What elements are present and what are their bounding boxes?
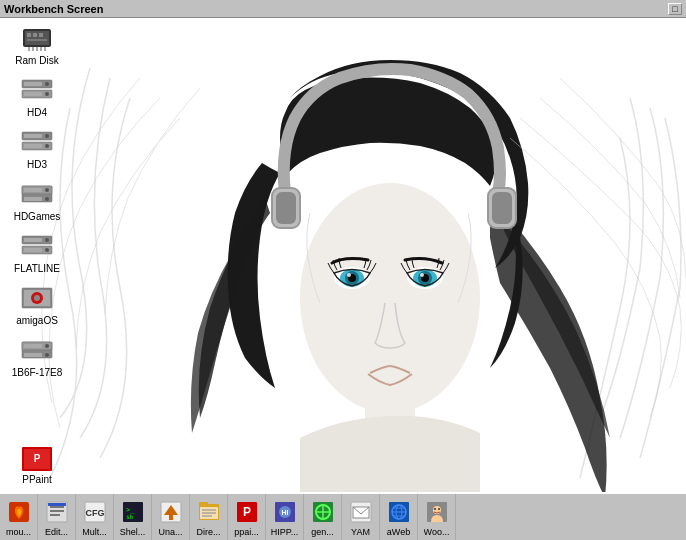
svg-rect-71 bbox=[48, 503, 66, 506]
hd3-label: HD3 bbox=[27, 159, 47, 171]
svg-point-59 bbox=[45, 344, 49, 348]
hd4-label: HD4 bbox=[27, 107, 47, 119]
edit-label: Edit... bbox=[45, 527, 68, 537]
icon-hdgames[interactable]: HDGames bbox=[5, 179, 69, 223]
icon-hd4[interactable]: HD4 bbox=[5, 75, 69, 119]
hipp-label: HIPP... bbox=[271, 527, 298, 537]
flatline-label: FLATLINE bbox=[14, 263, 60, 275]
taskbar-dire[interactable]: Dire... bbox=[190, 494, 228, 540]
svg-point-11 bbox=[347, 273, 351, 277]
svg-rect-27 bbox=[44, 47, 46, 51]
ram-disk-icon bbox=[19, 23, 55, 53]
dire-icon bbox=[195, 498, 223, 526]
icon-flatline[interactable]: FLATLINE bbox=[5, 231, 69, 275]
taskbar-hipp[interactable]: HI HIPP... bbox=[266, 494, 304, 540]
svg-rect-79 bbox=[169, 515, 173, 520]
ppaint-desktop-label: PPaint bbox=[22, 474, 51, 485]
mult-label: Mult... bbox=[82, 527, 107, 537]
1b6f-label: 1B6F-17E8 bbox=[12, 367, 63, 379]
taskbar-una[interactable]: Una... bbox=[152, 494, 190, 540]
shel-label: Shel... bbox=[120, 527, 146, 537]
amigas-icon bbox=[19, 283, 55, 313]
taskbar-aweb[interactable]: aWeb bbox=[380, 494, 418, 540]
aweb-icon bbox=[385, 498, 413, 526]
svg-point-31 bbox=[45, 82, 49, 86]
ppai-label: ppai... bbox=[234, 527, 259, 537]
svg-rect-34 bbox=[24, 92, 42, 96]
icon-ram-disk[interactable]: Ram Disk bbox=[5, 23, 69, 67]
taskbar-ppai[interactable]: P ppai... bbox=[228, 494, 266, 540]
yam-icon bbox=[347, 498, 375, 526]
svg-text:P: P bbox=[242, 505, 250, 519]
icon-ppaint[interactable]: P PPaint bbox=[5, 444, 69, 485]
amigas-label: amigaOS bbox=[16, 315, 58, 327]
una-label: Una... bbox=[158, 527, 182, 537]
svg-rect-21 bbox=[39, 33, 43, 37]
ppai-icon: P bbox=[233, 498, 261, 526]
svg-point-37 bbox=[45, 134, 49, 138]
gen-label: gen... bbox=[311, 527, 334, 537]
icon-hd3[interactable]: HD3 bbox=[5, 127, 69, 171]
svg-text:HI: HI bbox=[281, 509, 288, 516]
svg-rect-81 bbox=[199, 502, 208, 507]
svg-point-50 bbox=[45, 248, 49, 252]
svg-point-60 bbox=[45, 353, 49, 357]
svg-rect-62 bbox=[24, 353, 42, 357]
hdgames-label: HDGames bbox=[14, 211, 61, 223]
svg-rect-6 bbox=[492, 192, 512, 224]
svg-point-44 bbox=[45, 197, 49, 201]
svg-rect-33 bbox=[24, 82, 42, 86]
svg-rect-20 bbox=[33, 33, 37, 37]
svg-rect-23 bbox=[28, 47, 30, 51]
mult-icon: CFG bbox=[81, 498, 109, 526]
desktop-icons: Ram Disk HD4 bbox=[5, 23, 69, 379]
svg-point-38 bbox=[45, 144, 49, 148]
yam-label: YAM bbox=[351, 527, 370, 537]
hipp-icon: HI bbox=[271, 498, 299, 526]
taskbar-yam[interactable]: YAM bbox=[342, 494, 380, 540]
svg-rect-45 bbox=[24, 188, 42, 192]
svg-rect-19 bbox=[27, 33, 31, 37]
svg-rect-5 bbox=[276, 192, 296, 224]
dire-label: Dire... bbox=[196, 527, 220, 537]
svg-point-43 bbox=[45, 188, 49, 192]
mou-icon bbox=[5, 498, 33, 526]
svg-point-105 bbox=[434, 508, 436, 510]
svg-rect-52 bbox=[24, 248, 42, 252]
svg-rect-39 bbox=[24, 134, 42, 138]
svg-text:CFG: CFG bbox=[85, 508, 104, 518]
taskbar-mult[interactable]: CFG Mult... bbox=[76, 494, 114, 540]
ppaint-desktop-icon: P bbox=[19, 444, 55, 474]
hdgames-icon bbox=[19, 179, 55, 209]
close-button[interactable]: □ bbox=[668, 3, 682, 15]
1b6f-icon bbox=[19, 335, 55, 365]
svg-rect-51 bbox=[24, 238, 42, 242]
svg-rect-46 bbox=[24, 197, 42, 201]
taskbar-mou[interactable]: mou... bbox=[0, 494, 38, 540]
una-icon bbox=[157, 498, 185, 526]
flatline-icon bbox=[19, 231, 55, 261]
taskbar-edit[interactable]: Edit... bbox=[38, 494, 76, 540]
svg-point-106 bbox=[438, 508, 440, 510]
svg-rect-25 bbox=[36, 47, 38, 51]
title-bar: Workbench Screen □ bbox=[0, 0, 686, 18]
ram-disk-label: Ram Disk bbox=[15, 55, 58, 67]
icon-1b6f[interactable]: 1B6F-17E8 bbox=[5, 335, 69, 379]
svg-point-49 bbox=[45, 238, 49, 242]
taskbar-woo[interactable]: Woo... bbox=[418, 494, 456, 540]
svg-point-56 bbox=[34, 295, 40, 301]
aweb-label: aWeb bbox=[387, 527, 410, 537]
taskbar-gen[interactable]: gen... bbox=[304, 494, 342, 540]
icon-amigas[interactable]: amigaOS bbox=[5, 283, 69, 327]
svg-text:P: P bbox=[34, 453, 41, 464]
svg-point-1 bbox=[300, 183, 480, 413]
svg-point-16 bbox=[420, 273, 424, 277]
hd3-icon bbox=[19, 127, 55, 157]
desktop: Ram Disk HD4 bbox=[0, 18, 686, 540]
woo-label: Woo... bbox=[424, 527, 450, 537]
taskbar-shel[interactable]: >_ sh Shel... bbox=[114, 494, 152, 540]
svg-text:sh: sh bbox=[126, 513, 134, 520]
woo-icon bbox=[423, 498, 451, 526]
taskbar: mou... Edit... CFG bbox=[0, 492, 686, 540]
gen-icon bbox=[309, 498, 337, 526]
